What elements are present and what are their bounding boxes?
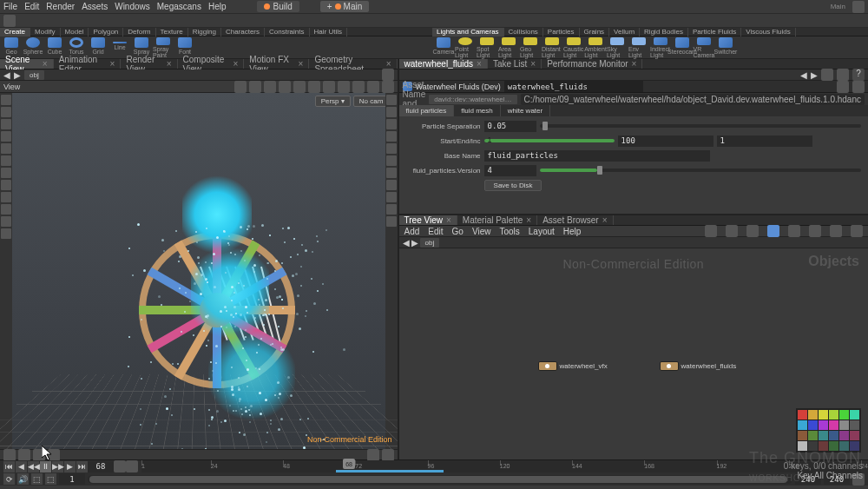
help-icon[interactable]: ? bbox=[852, 69, 865, 81]
net-tool-icon[interactable] bbox=[767, 225, 779, 237]
shelf-light[interactable]: Area Light bbox=[498, 37, 519, 58]
snap-icon[interactable] bbox=[48, 449, 60, 461]
menu-megascans[interactable]: Megascans bbox=[157, 2, 201, 11]
display-icon[interactable] bbox=[386, 131, 397, 142]
shelf-light[interactable]: VR Camera bbox=[694, 37, 714, 58]
playhead[interactable]: 68 bbox=[343, 459, 355, 469]
arrow-right-icon[interactable]: ▶ bbox=[811, 70, 818, 80]
basename-input[interactable] bbox=[484, 150, 710, 162]
arrow-right-icon[interactable]: ▶ bbox=[14, 70, 21, 80]
vp-tool-icon[interactable] bbox=[352, 81, 365, 93]
net-tool-icon[interactable] bbox=[746, 225, 759, 237]
palette-swatch[interactable] bbox=[798, 420, 807, 430]
arrow-left-icon[interactable]: ◀ bbox=[403, 238, 410, 248]
vp-tool-icon[interactable] bbox=[293, 81, 306, 93]
save-to-disk-button[interactable]: Save to Disk bbox=[484, 180, 542, 191]
node-name-input[interactable] bbox=[504, 81, 643, 92]
goto-end-button[interactable]: ⏭ bbox=[76, 461, 88, 472]
vp-tool-icon[interactable] bbox=[367, 81, 379, 93]
step-back-button[interactable]: ◀ bbox=[16, 461, 27, 472]
bc-obj[interactable]: obj bbox=[24, 70, 44, 80]
palette-swatch[interactable] bbox=[829, 410, 838, 420]
palette-swatch[interactable] bbox=[808, 431, 818, 440]
network-node[interactable]: waterwheel_fluids bbox=[660, 361, 737, 371]
tool-icon[interactable] bbox=[1, 192, 11, 202]
display-icon[interactable] bbox=[386, 216, 397, 227]
shelf-tab[interactable]: Polygon bbox=[89, 28, 123, 36]
net-tool-icon[interactable] bbox=[830, 225, 842, 237]
palette-swatch[interactable] bbox=[839, 420, 849, 430]
network-view[interactable]: Non-Commercial Edition Objects waterwhee… bbox=[399, 248, 868, 459]
tab-asset-browser[interactable]: Asset Browser× bbox=[537, 215, 613, 225]
net-menu-view[interactable]: View bbox=[472, 227, 491, 236]
render-icon[interactable] bbox=[382, 449, 394, 461]
range-slider[interactable] bbox=[88, 475, 792, 484]
inc-input[interactable] bbox=[717, 135, 812, 147]
snap-icon[interactable] bbox=[18, 449, 30, 461]
shelf-light[interactable]: Env Light bbox=[628, 37, 649, 58]
net-menu-go[interactable]: Go bbox=[452, 227, 464, 236]
menu-render[interactable]: Render bbox=[46, 2, 75, 11]
palette-swatch[interactable] bbox=[850, 420, 859, 430]
move-tool-icon[interactable] bbox=[1, 107, 11, 117]
tab-composite-view[interactable]: Composite View× bbox=[178, 59, 245, 69]
tab-fluid-particles[interactable]: fluid particles bbox=[399, 105, 455, 116]
menu-edit[interactable]: Edit bbox=[24, 2, 39, 11]
snap-icon[interactable] bbox=[33, 449, 45, 461]
keyframe-icon[interactable] bbox=[126, 460, 138, 472]
palette-swatch[interactable] bbox=[829, 441, 838, 451]
tool-icon[interactable] bbox=[1, 168, 11, 178]
psep-slider[interactable] bbox=[540, 124, 861, 128]
shelf-tab[interactable]: Grains bbox=[580, 28, 610, 36]
shelf-light[interactable]: Distant Light bbox=[542, 37, 562, 58]
net-menu-help[interactable]: Help bbox=[563, 227, 582, 236]
arrow-left-icon[interactable]: ◀ bbox=[800, 70, 807, 80]
palette-swatch[interactable] bbox=[839, 441, 849, 451]
shelf-light[interactable]: Indirect Light bbox=[650, 37, 671, 58]
net-menu-tools[interactable]: Tools bbox=[499, 227, 519, 236]
display-icon[interactable] bbox=[386, 155, 397, 166]
palette-swatch[interactable] bbox=[819, 420, 828, 430]
update-icon[interactable] bbox=[852, 1, 865, 13]
tab-mfx-view[interactable]: Motion FX View× bbox=[244, 59, 309, 69]
palette-swatch[interactable] bbox=[819, 431, 828, 440]
tab-geo-sheet[interactable]: Geometry Spreadsheet× bbox=[309, 59, 397, 69]
display-icon[interactable] bbox=[386, 119, 397, 129]
shelf-light[interactable]: Geo Light bbox=[520, 37, 541, 58]
display-icon[interactable] bbox=[386, 107, 397, 117]
palette-swatch[interactable] bbox=[808, 441, 818, 451]
shelf-tab[interactable]: Modify bbox=[30, 28, 61, 36]
tool-icon[interactable] bbox=[1, 228, 11, 239]
gear-icon[interactable] bbox=[837, 69, 849, 81]
palette-swatch[interactable] bbox=[829, 420, 838, 430]
vp-tool-icon[interactable] bbox=[234, 81, 247, 93]
shelf-light[interactable]: Point Light bbox=[455, 37, 476, 58]
net-tool-icon[interactable] bbox=[809, 225, 821, 237]
net-menu-edit[interactable]: Edit bbox=[428, 227, 443, 236]
shelf-light[interactable]: Switcher bbox=[715, 37, 736, 58]
shelf-tab[interactable]: Particle Fluids bbox=[688, 28, 741, 36]
shelf-tab-create[interactable]: Create bbox=[0, 28, 30, 36]
psep-input[interactable] bbox=[484, 121, 536, 132]
render-icon[interactable] bbox=[367, 449, 379, 461]
menu-assets[interactable]: Assets bbox=[82, 2, 108, 11]
net-tool-icon[interactable] bbox=[705, 225, 717, 237]
vp-tool-icon[interactable] bbox=[338, 81, 350, 93]
bc-obj[interactable]: obj bbox=[420, 238, 440, 248]
shelf-tab[interactable]: Viscous Fluids bbox=[741, 28, 795, 36]
shelf-light[interactable]: Spot Light bbox=[477, 37, 497, 58]
viewport-3d[interactable]: Persp ▾ No cam ▾ bbox=[0, 93, 398, 449]
palette-swatch[interactable] bbox=[850, 431, 859, 440]
tab-takelist[interactable]: Take List× bbox=[488, 59, 542, 69]
jump-icon[interactable] bbox=[837, 81, 849, 93]
goto-start-button[interactable]: ⏮ bbox=[3, 461, 15, 472]
timeline-ruler[interactable]: 12448729612014416819221624068 bbox=[141, 460, 861, 472]
tab-render-view[interactable]: Render View× bbox=[121, 59, 177, 69]
vp-tool-icon[interactable] bbox=[249, 81, 261, 93]
tool-icon[interactable] bbox=[1, 180, 11, 190]
arrow-left-icon[interactable]: ◀ bbox=[3, 70, 10, 80]
shelf-camera[interactable]: Camera bbox=[433, 37, 454, 58]
palette-swatch[interactable] bbox=[798, 431, 807, 440]
key-all-button[interactable]: Key All Channels bbox=[784, 471, 863, 480]
network-node[interactable]: waterwheel_vfx bbox=[538, 361, 608, 371]
